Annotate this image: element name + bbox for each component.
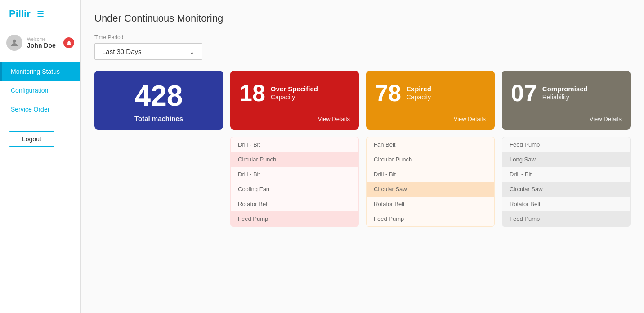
logo-text: Pillir (9, 8, 31, 20)
time-period-dropdown[interactable]: Last 30 Days ⌄ (94, 43, 202, 60)
list-item: Feed Pump (367, 211, 494, 226)
list-item: Long Saw (502, 152, 630, 167)
orange-list-panel: Fan Belt Circular Punch Drill - Bit Circ… (366, 137, 495, 227)
list-item: Drill - Bit (231, 137, 358, 152)
logout-area: Logout (0, 122, 80, 156)
hamburger-icon[interactable]: ☰ (37, 9, 44, 19)
stat-card-total-machines: 428 Total machines (94, 71, 223, 130)
user-section: Welcome John Doe (0, 27, 80, 58)
logo-area: Pillir ☰ (0, 0, 80, 27)
list-item: Cooling Fan (231, 182, 358, 197)
avatar (6, 35, 22, 51)
list-item: Feed Pump (231, 211, 358, 226)
logout-button[interactable]: Logout (9, 131, 54, 147)
compromised-top-label: Compromised (542, 85, 588, 93)
lists-row: Drill - Bit Circular Punch Drill - Bit C… (94, 137, 631, 227)
stat-card-over-specified: 18 Over Specified Capacity View Details (230, 71, 359, 130)
list-item: Rotator Belt (231, 197, 358, 211)
total-machines-label: Total machines (134, 115, 183, 122)
compromised-view-details[interactable]: View Details (511, 108, 622, 122)
over-specified-top-label: Over Specified (271, 85, 318, 93)
expired-sub-label: Capacity (407, 94, 431, 101)
expired-top-label: Expired (407, 85, 431, 93)
stat-card-compromised: 07 Compromised Reliability View Details (502, 71, 631, 130)
list-item: Feed Pump (502, 211, 630, 226)
list-item: Drill - Bit (502, 167, 630, 182)
time-period-value: Last 30 Days (102, 48, 142, 55)
over-specified-sub-label: Capacity (271, 94, 295, 101)
expired-labels: Expired Capacity (407, 81, 431, 101)
stat-card-expired: 78 Expired Capacity View Details (366, 71, 495, 130)
total-machines-inner: 428 Total machines (103, 81, 214, 122)
expired-view-details[interactable]: View Details (375, 108, 486, 122)
over-specified-labels: Over Specified Capacity (271, 81, 318, 101)
over-specified-number: 18 (239, 81, 265, 105)
main-content: Under Continuous Monitoring Time Period … (81, 0, 644, 313)
list-item: Circular Punch (367, 152, 494, 167)
svg-point-0 (13, 40, 16, 43)
list-item: Feed Pump (502, 137, 630, 152)
logo-primary: Pill (9, 8, 24, 19)
welcome-label: Welcome (27, 37, 56, 42)
notification-icon[interactable] (63, 37, 74, 48)
list-item: Drill - Bit (367, 167, 494, 182)
sidebar-item-service-order[interactable]: Service Order (0, 100, 80, 119)
expired-number: 78 (375, 81, 401, 105)
compromised-labels: Compromised Reliability (542, 81, 588, 101)
list-item: Circular Saw (367, 182, 494, 197)
list-item: Circular Punch (231, 152, 358, 167)
user-info: Welcome John Doe (27, 37, 56, 49)
sidebar: Pillir ☰ Welcome John Doe Monitoring Sta… (0, 0, 81, 313)
over-specified-view-details[interactable]: View Details (239, 108, 350, 122)
list-item: Rotator Belt (367, 197, 494, 211)
gray-list-panel: Feed Pump Long Saw Drill - Bit Circular … (502, 137, 631, 227)
list-item: Circular Saw (502, 182, 630, 197)
compromised-number: 07 (511, 81, 537, 105)
time-period-label: Time Period (94, 34, 631, 40)
nav-menu: Monitoring Status Configuration Service … (0, 58, 80, 119)
stats-row: 428 Total machines 18 Over Specified Cap… (94, 71, 631, 130)
sidebar-item-monitoring-status[interactable]: Monitoring Status (0, 62, 80, 81)
page-title: Under Continuous Monitoring (94, 13, 631, 24)
red-list-panel: Drill - Bit Circular Punch Drill - Bit C… (230, 137, 359, 227)
expired-main-row: 78 Expired Capacity (375, 81, 486, 107)
total-machines-number: 428 (135, 81, 183, 110)
list-item: Fan Belt (367, 137, 494, 152)
over-specified-main-row: 18 Over Specified Capacity (239, 81, 350, 107)
user-name: John Doe (27, 42, 56, 49)
logo-accent: ir (24, 8, 31, 19)
list-item: Drill - Bit (231, 167, 358, 182)
chevron-down-icon: ⌄ (189, 48, 195, 55)
sidebar-item-configuration[interactable]: Configuration (0, 81, 80, 100)
list-item: Rotator Belt (502, 197, 630, 211)
compromised-sub-label: Reliability (542, 94, 569, 101)
list-placeholder (94, 137, 223, 227)
compromised-main-row: 07 Compromised Reliability (511, 81, 622, 107)
